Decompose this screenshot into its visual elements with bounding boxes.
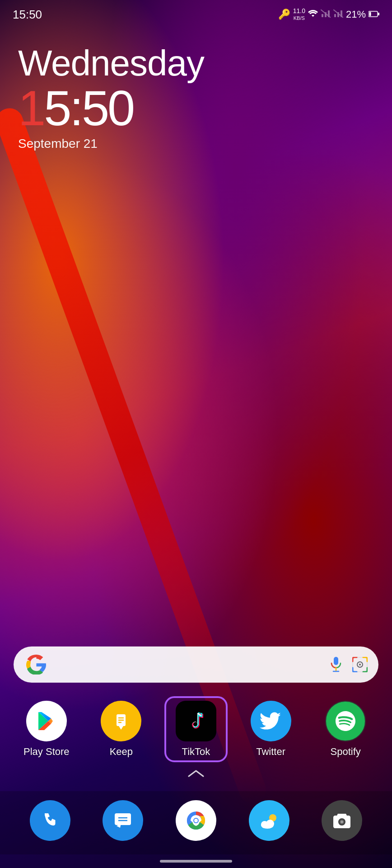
status-bar: 15:50 🔑 11.0 KB/S xyxy=(0,0,392,27)
vpn-key-icon: 🔑 xyxy=(278,9,290,20)
date-label: September 21 xyxy=(18,137,374,151)
app-tiktok[interactable]: TikTok xyxy=(169,701,223,758)
battery-icon xyxy=(369,9,379,20)
signal-icon xyxy=(321,9,331,20)
phone-icon[interactable] xyxy=(30,800,70,841)
battery-percentage: 21% xyxy=(346,9,366,20)
app-keep[interactable]: Keep xyxy=(94,701,148,758)
datetime-section: Wednesday 15:50 September 21 xyxy=(0,27,392,151)
google-search-bar[interactable] xyxy=(14,646,378,683)
google-logo xyxy=(26,655,46,675)
twitter-icon[interactable] xyxy=(251,701,291,741)
svg-rect-22 xyxy=(115,813,131,825)
svg-point-30 xyxy=(194,819,198,822)
twitter-label: Twitter xyxy=(256,746,285,758)
day-label: Wednesday xyxy=(18,45,374,81)
svg-rect-4 xyxy=(334,14,336,17)
svg-rect-9 xyxy=(378,13,379,15)
weather-icon[interactable] xyxy=(249,800,289,841)
svg-rect-11 xyxy=(334,657,338,665)
keep-icon[interactable] xyxy=(101,701,141,741)
play-store-label: Play Store xyxy=(23,746,70,758)
app-twitter[interactable]: Twitter xyxy=(244,701,298,758)
home-indicator xyxy=(0,854,392,868)
app-grid: Play Store Keep xyxy=(0,701,392,758)
messages-icon[interactable] xyxy=(103,800,143,841)
app-play-store[interactable]: Play Store xyxy=(19,701,74,758)
dock-weather[interactable] xyxy=(249,800,289,841)
svg-point-16 xyxy=(359,664,361,665)
voice-search-button[interactable] xyxy=(327,656,345,674)
chrome-icon[interactable] xyxy=(176,800,216,841)
wifi-icon xyxy=(308,9,318,20)
tiktok-highlight-border xyxy=(164,696,228,762)
svg-rect-0 xyxy=(322,14,323,17)
svg-rect-10 xyxy=(369,12,371,16)
dock xyxy=(0,791,392,854)
play-store-icon[interactable] xyxy=(26,701,67,741)
spotify-label: Spotify xyxy=(331,746,361,758)
home-indicator-bar xyxy=(160,860,232,863)
time-suffix: 5:50 xyxy=(44,80,133,136)
time-label: 15:50 xyxy=(18,83,374,133)
svg-point-38 xyxy=(341,821,343,823)
svg-point-35 xyxy=(266,820,274,828)
lens-search-button[interactable] xyxy=(350,655,369,674)
dock-phone[interactable] xyxy=(30,800,70,841)
camera-icon[interactable] xyxy=(322,800,362,841)
app-spotify[interactable]: Spotify xyxy=(318,701,373,758)
dock-messages[interactable] xyxy=(103,800,143,841)
app-drawer-button[interactable] xyxy=(0,767,392,782)
dock-camera[interactable] xyxy=(322,800,362,841)
time-prefix: 1 xyxy=(18,80,44,136)
keep-label: Keep xyxy=(110,746,133,758)
spotify-icon[interactable] xyxy=(325,701,366,741)
dock-chrome[interactable] xyxy=(176,800,216,841)
status-time: 15:50 xyxy=(13,8,42,22)
signal-icon-2 xyxy=(333,9,343,20)
network-speed: 11.0 KB/S xyxy=(293,8,305,22)
